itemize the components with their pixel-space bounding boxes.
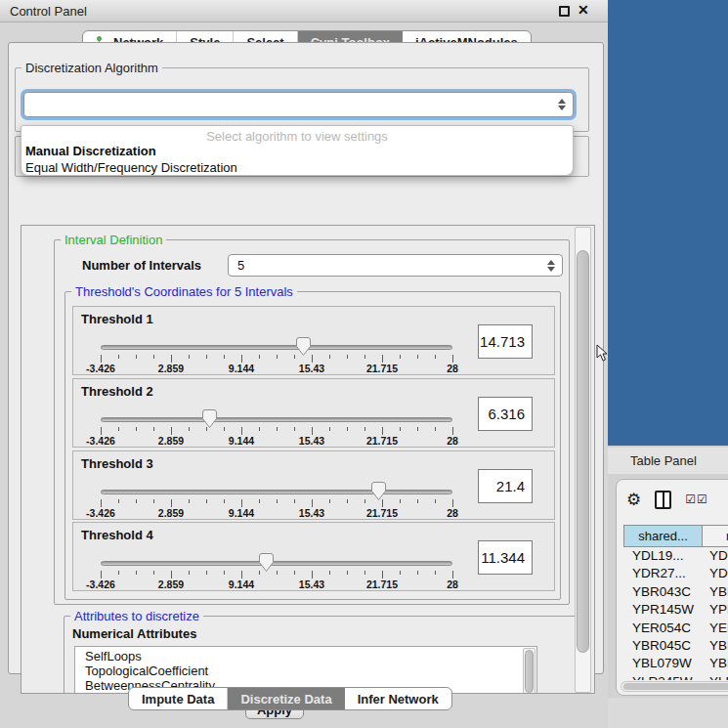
tick-label: -3.426 — [71, 363, 130, 374]
dropdown-option-equal-width-frequency-discretization[interactable]: Equal Width/Frequency Discretization — [21, 159, 573, 176]
tick-label: 28 — [423, 578, 482, 590]
tick-mark — [312, 427, 313, 435]
table-row[interactable]: YDL19...YDL1 — [623, 548, 728, 566]
tick-mark — [417, 499, 418, 503]
slider-thumb[interactable] — [202, 409, 217, 428]
threshold-value-field[interactable]: 14.713 — [478, 324, 533, 359]
table-row[interactable]: YDR27...YDR2 — [623, 566, 728, 583]
tick-mark — [382, 571, 383, 578]
slider-track[interactable] — [101, 417, 452, 422]
tick-mark — [312, 499, 313, 507]
tick-mark — [259, 499, 260, 503]
panel-scrollbar[interactable] — [575, 227, 591, 693]
threshold-panel-2: Threshold 2-3.4262.8599.14415.4321.71528… — [72, 378, 555, 448]
cell-shared-name: YDR27... — [632, 566, 686, 580]
tick-mark — [101, 571, 102, 578]
tick-mark — [241, 427, 242, 435]
slider-thumb[interactable] — [296, 337, 311, 356]
slider-track[interactable] — [101, 490, 452, 494]
cyni-toolbox-panel: Discretization Algorithm Table Data galF… — [8, 42, 604, 674]
tick-mark — [435, 571, 436, 575]
table-row[interactable]: YER054CYER0 — [623, 621, 728, 638]
discretization-algorithm-group: Discretization Algorithm — [15, 67, 589, 132]
tick-mark — [136, 499, 137, 503]
table-row[interactable]: YBR045CYBR0 — [623, 638, 728, 656]
interval-definition-group: Interval Definition Number of Intervals … — [54, 239, 570, 605]
tick-mark — [329, 499, 330, 503]
slider-thumb[interactable] — [259, 553, 274, 572]
group-title: Discretization Algorithm — [21, 61, 162, 75]
table-row[interactable]: YBR043CYBR0 — [623, 584, 728, 602]
tick-mark — [400, 499, 401, 503]
tick-mark — [118, 427, 119, 431]
tick-mark — [118, 499, 119, 503]
slider-track[interactable] — [101, 561, 452, 566]
float-window-icon[interactable] — [559, 6, 570, 17]
list-item-topologicalcoefficient[interactable]: TopologicalCoefficient — [85, 664, 536, 678]
tick-mark — [171, 499, 172, 507]
tick-mark — [435, 427, 436, 431]
tick-mark — [136, 355, 137, 359]
table-horizontal-scrollbar[interactable] — [621, 681, 728, 692]
tick-mark — [153, 499, 154, 503]
tick-mark — [382, 355, 383, 363]
algorithm-combobox[interactable] — [23, 92, 574, 117]
column-header-shared-name[interactable]: shared... — [623, 525, 703, 547]
tick-mark — [136, 571, 137, 575]
tab-discretize-data[interactable]: Discretize Data — [228, 688, 344, 709]
tick-mark — [136, 427, 137, 431]
tick-mark — [171, 355, 172, 363]
threshold-label: Threshold 4 — [81, 528, 153, 542]
cell-name: YBR0 — [709, 638, 728, 653]
close-icon[interactable]: ✕ — [578, 2, 589, 18]
slider-thumb[interactable] — [371, 482, 386, 500]
cell-shared-name: YPR145W — [632, 602, 694, 617]
tick-mark — [101, 355, 102, 363]
table-row[interactable]: YLR345WYLR3 — [623, 674, 728, 680]
tick-mark — [364, 427, 365, 431]
gear-icon[interactable]: ⚙ — [626, 492, 641, 508]
tick-label: 9.144 — [212, 507, 271, 519]
tick-mark — [347, 427, 348, 431]
tab-impute-data[interactable]: Impute Data — [129, 688, 228, 709]
tick-label: 28 — [423, 507, 482, 519]
group-title: Threshold's Coordinates for 5 Intervals — [71, 284, 297, 299]
threshold-value-field[interactable]: 6.316 — [478, 397, 533, 431]
tick-label: 15.43 — [282, 363, 341, 374]
tick-mark — [224, 427, 225, 431]
tick-mark — [277, 427, 278, 431]
tick-label: 15.43 — [282, 435, 341, 447]
tick-label: 21.715 — [353, 363, 411, 374]
tick-mark — [224, 499, 225, 503]
tick-label: -3.426 — [71, 507, 130, 519]
table-panel-titlebar: Table Panel — [608, 448, 728, 474]
threshold-value-field[interactable]: 11.344 — [478, 540, 533, 575]
tick-mark — [364, 355, 365, 359]
list-scrollbar[interactable] — [523, 648, 535, 694]
table-row[interactable]: YPR145WYPR1 — [623, 602, 728, 620]
tick-mark — [382, 427, 383, 435]
tick-mark — [153, 571, 154, 575]
network-view-window[interactable]: GAL80GACGAL11GAL4GCY1HHAP2 — [608, 0, 728, 446]
column-header-name[interactable]: na — [703, 525, 728, 547]
dropdown-option-manual-discretization[interactable]: Manual Discretization — [21, 143, 573, 159]
tab-infer-network[interactable]: Infer Network — [345, 688, 451, 709]
tick-mark — [294, 355, 295, 359]
table-header: shared... na — [623, 525, 728, 547]
tick-label: 21.715 — [353, 435, 411, 447]
window-title: Control Panel — [10, 4, 87, 19]
tick-mark — [400, 427, 401, 431]
table-row[interactable]: YBL079WYBL0 — [623, 656, 728, 673]
slider-track[interactable] — [101, 345, 452, 350]
list-item-selfloops[interactable]: SelfLoops — [85, 649, 536, 664]
tick-label: 21.715 — [353, 507, 411, 519]
checkboxes-icon[interactable]: ☑☑ — [685, 492, 708, 506]
threshold-label: Threshold 1 — [81, 312, 153, 326]
threshold-value-field[interactable]: 21.4 — [478, 469, 533, 503]
tick-label: 9.144 — [212, 435, 271, 447]
tick-mark — [294, 499, 295, 503]
split-columns-icon[interactable] — [655, 491, 671, 509]
threshold-label: Threshold 3 — [81, 456, 153, 471]
number-of-intervals-combobox[interactable]: 5 — [228, 254, 563, 277]
tick-mark — [364, 499, 365, 503]
